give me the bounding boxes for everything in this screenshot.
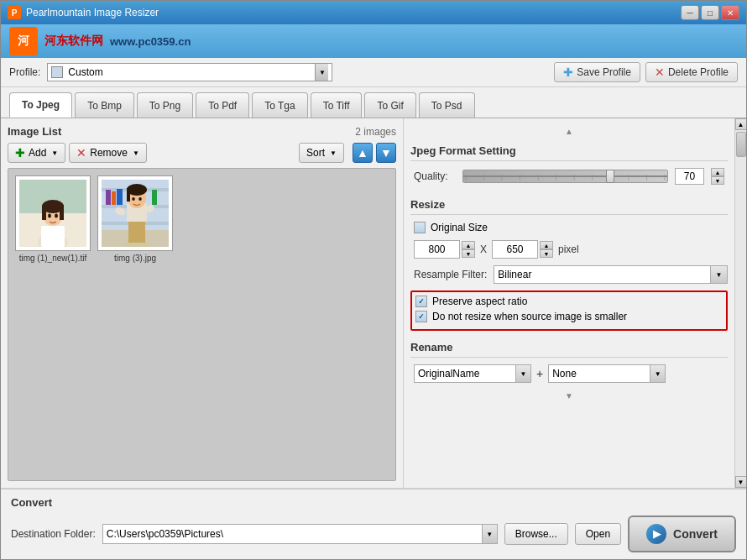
profile-icon — [51, 66, 63, 78]
open-button[interactable]: Open — [575, 523, 621, 545]
profile-dropdown-arrow[interactable]: ▼ — [315, 64, 328, 81]
resample-value: Bilinear — [498, 269, 531, 280]
quality-label: Quality: — [414, 170, 456, 182]
profile-buttons: ✚ Save Profile ✕ Delete Profile — [554, 62, 738, 82]
preserve-aspect-label: Preserve aspect ratio — [432, 296, 527, 307]
list-item[interactable]: timg (1)_new(1).tif — [15, 175, 91, 263]
quality-thumb[interactable] — [606, 170, 614, 183]
svg-rect-8 — [60, 205, 64, 220]
browse-label: Browse... — [515, 528, 557, 540]
dest-folder-input[interactable]: C:\Users\pc0359\Pictures\ — [102, 524, 483, 544]
sort-label: Sort — [306, 147, 325, 159]
tab-tga[interactable]: To Tga — [252, 92, 307, 118]
convert-section: Convert Destination Folder: C:\Users\pc0… — [1, 488, 746, 559]
move-down-button[interactable]: ▼ — [376, 143, 396, 163]
svg-rect-7 — [42, 205, 46, 220]
resample-label: Resample Filter: — [414, 269, 487, 280]
scroll-up-indicator[interactable]: ▲ — [410, 125, 728, 138]
image-thumbnail-1 — [15, 175, 91, 251]
height-decrement[interactable]: ▼ — [540, 249, 553, 258]
size-row: 800 ▲ ▼ X 650 ▲ ▼ — [410, 240, 728, 259]
convert-button[interactable]: ▶ Convert — [628, 516, 736, 552]
window-controls: ─ □ ✕ — [681, 5, 739, 20]
dest-folder-label: Destination Folder: — [11, 528, 96, 540]
add-label: Add — [29, 147, 46, 159]
profile-dropdown[interactable]: Custom ▼ — [47, 63, 332, 81]
width-input[interactable]: 800 — [414, 240, 460, 259]
scroll-down-button[interactable]: ▼ — [735, 476, 747, 488]
remove-button[interactable]: ✕ Remove ▼ — [69, 143, 147, 163]
format-tabs: To Jpeg To Bmp To Png To Pdf To Tga To T… — [1, 87, 746, 118]
dest-folder-arrow[interactable]: ▼ — [483, 524, 498, 544]
rename-option2-dropdown[interactable]: None ▼ — [548, 364, 666, 383]
convert-icon: ▶ — [646, 524, 666, 544]
tab-bmp[interactable]: To Bmp — [75, 92, 134, 118]
quality-row: Quality: | | | | | | | — [410, 168, 728, 185]
rename-section-title: Rename — [410, 338, 728, 358]
original-size-checkbox[interactable] — [414, 222, 426, 233]
scroll-thumb[interactable] — [736, 132, 746, 157]
resample-row: Resample Filter: Bilinear ▼ — [410, 265, 728, 284]
window-title: Pearlmountain Image Resizer — [26, 7, 159, 18]
open-label: Open — [586, 528, 610, 540]
quality-increment[interactable]: ▲ — [711, 168, 724, 176]
minimize-button[interactable]: ─ — [681, 5, 699, 20]
site-url: www.pc0359.cn — [110, 35, 191, 48]
height-spinner: ▲ ▼ — [540, 241, 553, 258]
image-filename-1: timg (1)_new(1).tif — [19, 254, 87, 263]
svg-point-9 — [48, 214, 51, 218]
image-list-header: Image List 2 images — [8, 125, 396, 138]
pixel-label: pixel — [558, 243, 579, 255]
height-increment[interactable]: ▲ — [540, 241, 553, 249]
width-decrement[interactable]: ▼ — [462, 249, 475, 258]
move-up-button[interactable]: ▲ — [353, 143, 373, 163]
add-icon: ✚ — [15, 146, 25, 160]
sort-button[interactable]: Sort ▼ — [299, 143, 344, 163]
convert-row: Destination Folder: C:\Users\pc0359\Pict… — [11, 516, 736, 552]
preserve-aspect-checkbox[interactable] — [415, 296, 427, 307]
resample-dropdown[interactable]: Bilinear ▼ — [494, 265, 728, 284]
title-bar: P Pearlmountain Image Resizer ─ □ ✕ — [1, 1, 746, 24]
delete-icon: ✕ — [655, 65, 665, 79]
svg-rect-26 — [127, 188, 130, 201]
no-resize-row: Do not resize when source image is small… — [415, 311, 723, 322]
add-button[interactable]: ✚ Add ▼ — [8, 143, 65, 163]
width-increment[interactable]: ▲ — [462, 241, 475, 249]
resample-dropdown-arrow[interactable]: ▼ — [710, 266, 727, 283]
quality-decrement[interactable]: ▼ — [711, 176, 724, 185]
no-resize-label: Do not resize when source image is small… — [432, 311, 627, 322]
no-resize-checkbox[interactable] — [415, 311, 427, 322]
tab-png[interactable]: To Png — [137, 92, 193, 118]
maximize-button[interactable]: □ — [701, 5, 719, 20]
tab-pdf[interactable]: To Pdf — [196, 92, 249, 118]
tab-jpeg[interactable]: To Jpeg — [9, 92, 72, 118]
profile-label: Profile: — [9, 66, 40, 78]
scroll-up-button[interactable]: ▲ — [735, 118, 747, 130]
tab-psd[interactable]: To Psd — [419, 92, 475, 118]
image-list-toolbar: ✚ Add ▼ ✕ Remove ▼ Sort ▼ ▲ ▼ — [8, 143, 396, 163]
delete-profile-button[interactable]: ✕ Delete Profile — [645, 62, 738, 82]
preserve-aspect-row: Preserve aspect ratio — [415, 296, 723, 307]
scroll-down-indicator[interactable]: ▼ — [410, 390, 728, 402]
original-size-label: Original Size — [431, 222, 488, 233]
sort-arrow-icon: ▼ — [330, 149, 337, 157]
svg-rect-4 — [41, 226, 65, 247]
delete-profile-label: Delete Profile — [668, 66, 729, 78]
right-panel-wrapper: ▲ Jpeg Format Setting Quality: | | | — [404, 118, 746, 488]
remove-icon: ✕ — [76, 146, 86, 160]
tab-gif[interactable]: To Gif — [364, 92, 415, 118]
site-name: 河东软件网 — [44, 34, 103, 49]
image-filename-2: timg (3).jpg — [114, 254, 156, 263]
image-thumbnail-2 — [97, 175, 173, 251]
close-button[interactable]: ✕ — [721, 5, 739, 20]
browse-button[interactable]: Browse... — [504, 523, 568, 545]
svg-rect-16 — [106, 190, 111, 205]
quality-slider[interactable]: | | | | | | | | | | | | — [462, 170, 668, 183]
rename-option1-dropdown[interactable]: OriginalName ▼ — [414, 364, 531, 383]
height-input[interactable]: 650 — [492, 240, 538, 259]
tab-tiff[interactable]: To Tiff — [311, 92, 363, 118]
quality-value-display: 70 — [675, 168, 704, 185]
rename-option2-value: None — [552, 368, 577, 379]
list-item[interactable]: timg (3).jpg — [97, 175, 173, 263]
save-profile-button[interactable]: ✚ Save Profile — [554, 62, 640, 82]
